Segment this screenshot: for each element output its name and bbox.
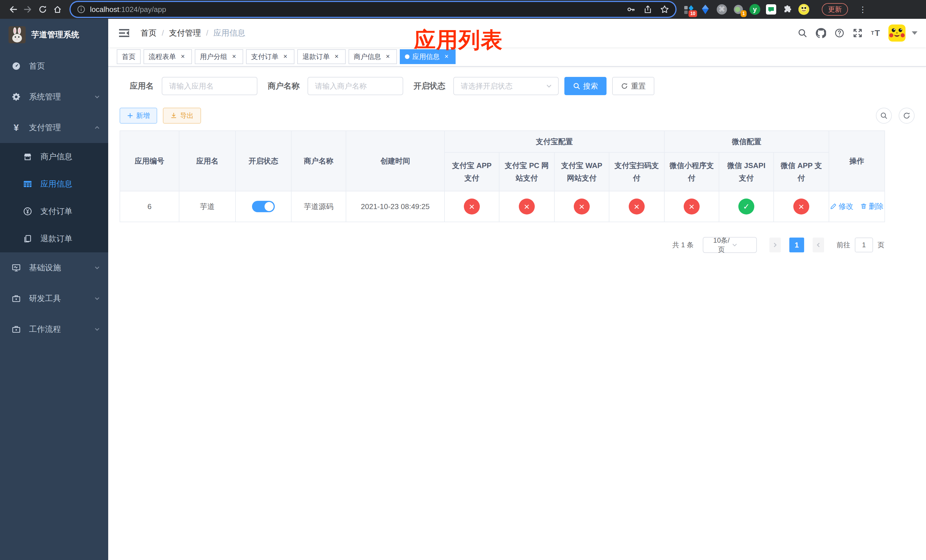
close-icon[interactable] bbox=[179, 53, 187, 61]
enabled-toggle[interactable] bbox=[252, 201, 275, 212]
tag-pay-order[interactable]: 支付订单 bbox=[246, 49, 294, 64]
goto-unit: 页 bbox=[878, 241, 884, 250]
star-icon[interactable] bbox=[660, 5, 669, 14]
record-ext-icon[interactable]: 1 bbox=[733, 4, 744, 15]
close-icon[interactable] bbox=[230, 53, 238, 61]
column-header: 创建时间 bbox=[346, 131, 445, 191]
sidebar-item-infrastructure[interactable]: 基础设施 bbox=[0, 252, 108, 283]
home-icon[interactable] bbox=[50, 2, 65, 17]
back-icon[interactable] bbox=[6, 2, 21, 17]
prev-page-button[interactable] bbox=[769, 238, 781, 252]
sidebar-item-system[interactable]: 系统管理 bbox=[0, 82, 108, 112]
sidebar-item-home[interactable]: 首页 bbox=[0, 51, 108, 82]
user-avatar[interactable] bbox=[888, 24, 905, 42]
forward-icon[interactable] bbox=[21, 2, 35, 17]
status-alipay-pc bbox=[519, 198, 535, 215]
url-bar[interactable]: localhost:1024/pay/app bbox=[71, 2, 675, 17]
share-icon[interactable] bbox=[643, 5, 652, 14]
merchant-name-label: 商户名称 bbox=[268, 80, 300, 91]
breadcrumb-home[interactable]: 首页 bbox=[141, 28, 157, 38]
y-ext-icon[interactable] bbox=[749, 4, 760, 15]
kite-ext-icon[interactable] bbox=[700, 4, 711, 15]
close-icon[interactable] bbox=[281, 53, 289, 61]
browser-update-button[interactable]: 更新 bbox=[822, 3, 848, 16]
reset-button[interactable]: 重置 bbox=[612, 77, 654, 95]
status-wechat-jsapi bbox=[738, 198, 754, 215]
chevron-down-icon bbox=[731, 242, 752, 248]
breadcrumb-payment[interactable]: 支付管理 bbox=[169, 28, 201, 38]
key-icon[interactable] bbox=[626, 5, 635, 14]
delete-link[interactable]: 删除 bbox=[860, 201, 884, 211]
page-number-current[interactable]: 1 bbox=[789, 238, 804, 252]
github-icon[interactable] bbox=[816, 28, 826, 38]
next-page-button[interactable] bbox=[813, 238, 824, 252]
url-text: localhost:1024/pay/app bbox=[90, 5, 166, 14]
puzzle-icon[interactable] bbox=[782, 4, 793, 15]
status-label: 开启状态 bbox=[413, 80, 445, 91]
command-ext-icon[interactable] bbox=[716, 4, 727, 15]
column-header: 应用编号 bbox=[120, 131, 179, 191]
search-button[interactable]: 搜索 bbox=[564, 77, 607, 95]
edit-link[interactable]: 修改 bbox=[830, 201, 853, 211]
group-header-wechat: 微信配置 bbox=[664, 131, 829, 152]
sidebar-item-label: 工作流程 bbox=[29, 324, 61, 335]
sidebar-item-refund-order[interactable]: 退款订单 bbox=[0, 225, 108, 252]
hamburger-fold-icon[interactable] bbox=[117, 29, 132, 38]
refresh-button[interactable] bbox=[899, 107, 915, 124]
toggle-search-button[interactable] bbox=[876, 107, 892, 124]
add-button[interactable]: 新增 bbox=[120, 107, 157, 124]
screen: localhost:1024/pay/app 10 bbox=[0, 0, 926, 560]
export-button[interactable]: 导出 bbox=[163, 107, 201, 124]
shop-icon bbox=[23, 152, 32, 161]
close-icon[interactable] bbox=[333, 53, 340, 61]
goto-page-input[interactable] bbox=[855, 238, 873, 252]
pagination: 共 1 条 10条/页 1 前往 页 bbox=[120, 237, 884, 253]
column-header: 应用名 bbox=[179, 131, 236, 191]
column-header: 微信小程序支付 bbox=[664, 152, 719, 191]
cell-app-id: 6 bbox=[120, 191, 179, 222]
sidebar-item-merchant-info[interactable]: 商户信息 bbox=[0, 143, 108, 170]
tag-user-group[interactable]: 用户分组 bbox=[195, 49, 243, 64]
gear-icon bbox=[11, 92, 21, 101]
profile-avatar[interactable] bbox=[799, 4, 809, 15]
extension-badge: 1 bbox=[741, 10, 747, 17]
app-name-input[interactable] bbox=[162, 77, 257, 95]
status-select[interactable]: 请选择开启状态 bbox=[453, 77, 559, 95]
tag-refund-order[interactable]: 退款订单 bbox=[297, 49, 346, 64]
merchant-name-input[interactable] bbox=[307, 77, 403, 95]
font-size-icon[interactable] bbox=[871, 28, 880, 38]
goto-label: 前往 bbox=[837, 241, 850, 250]
sidebar-item-app-info[interactable]: 应用信息 bbox=[0, 170, 108, 198]
sidebar-logo[interactable]: 芋道管理系统 bbox=[0, 19, 108, 51]
sidebar-item-workflow[interactable]: 工作流程 bbox=[0, 314, 108, 345]
tag-process-form[interactable]: 流程表单 bbox=[144, 49, 192, 64]
status-alipay-wap bbox=[574, 198, 590, 215]
reload-icon[interactable] bbox=[35, 2, 50, 17]
tag-home[interactable]: 首页 bbox=[117, 49, 141, 64]
chat-ext-icon[interactable] bbox=[766, 4, 776, 15]
search-icon[interactable] bbox=[797, 28, 807, 38]
chevron-down-icon bbox=[546, 83, 552, 89]
breadcrumb-separator: / bbox=[162, 29, 164, 38]
sidebar-item-pay-order[interactable]: 支付订单 bbox=[0, 198, 108, 225]
caret-down-icon[interactable] bbox=[912, 31, 917, 35]
sidebar-item-dev-tools[interactable]: 研发工具 bbox=[0, 283, 108, 314]
column-header: 支付宝 APP 支付 bbox=[445, 152, 499, 191]
column-header: 支付宝扫码支付 bbox=[609, 152, 664, 191]
table-row: 6 芋道 芋道源码 2021-10-23 08:49:25 bbox=[120, 191, 885, 222]
fullscreen-icon[interactable] bbox=[853, 28, 862, 38]
briefcase-icon bbox=[11, 294, 21, 303]
info-icon[interactable] bbox=[77, 5, 85, 14]
sidebar-item-payment[interactable]: ¥ 支付管理 bbox=[0, 112, 108, 143]
question-icon[interactable] bbox=[835, 28, 844, 38]
more-vert-icon[interactable] bbox=[858, 5, 867, 14]
close-icon[interactable] bbox=[384, 53, 392, 61]
breadcrumb-separator: / bbox=[206, 29, 209, 38]
grid-ext-icon[interactable]: 10 bbox=[683, 4, 694, 15]
chevron-down-icon bbox=[94, 295, 100, 302]
briefcase-icon bbox=[11, 325, 21, 334]
tag-merchant-info[interactable]: 商户信息 bbox=[348, 49, 397, 64]
sidebar-item-label: 基础设施 bbox=[29, 262, 61, 273]
page-size-select[interactable]: 10条/页 bbox=[703, 237, 757, 253]
tags-view-bar: 首页 流程表单 用户分组 支付订单 退款订单 商户信息 应用信息 bbox=[108, 47, 926, 67]
